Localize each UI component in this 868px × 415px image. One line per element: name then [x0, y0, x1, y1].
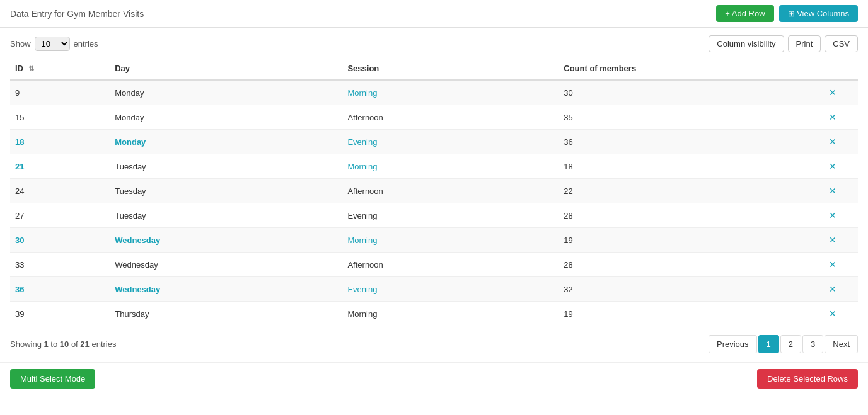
table-row: 30WednesdayMorning19✕ [10, 228, 858, 253]
cell-delete-action: ✕ [808, 277, 858, 302]
table-row: 9MondayMorning30✕ [10, 80, 858, 105]
table-row: 36WednesdayEvening32✕ [10, 277, 858, 302]
cell-session: Evening [342, 203, 558, 228]
view-columns-button[interactable]: ⊞ View Columns [779, 5, 858, 22]
cell-id: 15 [10, 105, 110, 130]
cell-count: 22 [558, 179, 808, 203]
pagination-info: Showing 1 to 10 of 21 entries [10, 339, 116, 349]
cell-count: 28 [558, 203, 808, 228]
cell-count: 30 [558, 80, 808, 105]
data-table: ID ⇅ Day Session Count of members 9Monda… [10, 57, 858, 326]
cell-id: 9 [10, 80, 110, 105]
cell-id: 18 [10, 130, 110, 154]
delete-row-button[interactable]: ✕ [826, 307, 839, 320]
controls-bar: Show 10 25 50 100 entries Column visibil… [0, 28, 868, 57]
cell-count: 19 [558, 302, 808, 326]
page-2-button[interactable]: 2 [780, 335, 801, 353]
cell-session: Afternoon [342, 179, 558, 203]
cell-day: Monday [110, 130, 342, 154]
header-buttons: + Add Row ⊞ View Columns [716, 5, 858, 22]
cell-delete-action: ✕ [808, 130, 858, 154]
page-3-button[interactable]: 3 [802, 335, 823, 353]
cell-count: 19 [558, 228, 808, 253]
cell-id: 33 [10, 253, 110, 277]
cell-count: 36 [558, 130, 808, 154]
cell-delete-action: ✕ [808, 80, 858, 105]
cell-day: Wednesday [110, 277, 342, 302]
print-button[interactable]: Print [788, 35, 821, 52]
page-title: Data Entry for Gym Member Visits [10, 9, 144, 19]
delete-row-button[interactable]: ✕ [826, 160, 839, 173]
delete-row-button[interactable]: ✕ [826, 234, 839, 246]
csv-button[interactable]: CSV [825, 35, 858, 52]
cell-session: Morning [342, 154, 558, 179]
cell-day: Monday [110, 105, 342, 130]
table-row: 18MondayEvening36✕ [10, 130, 858, 154]
table-row: 24TuesdayAfternoon22✕ [10, 179, 858, 203]
delete-row-button[interactable]: ✕ [826, 258, 839, 271]
cell-count: 18 [558, 154, 808, 179]
col-header-id[interactable]: ID ⇅ [10, 57, 110, 80]
cell-session: Morning [342, 228, 558, 253]
previous-button[interactable]: Previous [709, 335, 757, 353]
table-row: 21TuesdayMorning18✕ [10, 154, 858, 179]
cell-day: Tuesday [110, 179, 342, 203]
cell-session: Evening [342, 130, 558, 154]
pagination-bar: Showing 1 to 10 of 21 entries Previous 1… [0, 326, 868, 362]
cell-delete-action: ✕ [808, 203, 858, 228]
show-label: Show [10, 39, 31, 48]
show-entries-control: Show 10 25 50 100 entries [10, 37, 98, 51]
cell-delete-action: ✕ [808, 228, 858, 253]
cell-delete-action: ✕ [808, 154, 858, 179]
cell-day: Wednesday [110, 228, 342, 253]
sort-icon-id: ⇅ [28, 65, 34, 73]
entries-label: entries [74, 39, 98, 48]
cell-count: 28 [558, 253, 808, 277]
cell-id: 27 [10, 203, 110, 228]
cell-day: Thursday [110, 302, 342, 326]
entries-select[interactable]: 10 25 50 100 [35, 37, 70, 51]
table-action-buttons: Column visibility Print CSV [709, 35, 858, 52]
cell-day: Tuesday [110, 203, 342, 228]
cell-session: Evening [342, 277, 558, 302]
cell-count: 35 [558, 105, 808, 130]
table-header-row: ID ⇅ Day Session Count of members [10, 57, 858, 80]
page-footer: Multi Select Mode Delete Selected Rows [0, 362, 868, 395]
cell-day: Wednesday [110, 253, 342, 277]
col-header-count: Count of members [558, 57, 808, 80]
cell-delete-action: ✕ [808, 302, 858, 326]
delete-row-button[interactable]: ✕ [826, 111, 839, 123]
table-row: 27TuesdayEvening28✕ [10, 203, 858, 228]
multi-select-button[interactable]: Multi Select Mode [10, 369, 95, 389]
cell-session: Afternoon [342, 253, 558, 277]
cell-id: 39 [10, 302, 110, 326]
delete-selected-button[interactable]: Delete Selected Rows [757, 369, 858, 389]
col-header-session: Session [342, 57, 558, 80]
pagination-controls: Previous 1 2 3 Next [709, 335, 858, 353]
delete-row-button[interactable]: ✕ [826, 283, 839, 295]
column-visibility-button[interactable]: Column visibility [709, 35, 784, 52]
page-total: 21 [80, 339, 89, 349]
page-1-button[interactable]: 1 [758, 335, 779, 353]
cell-delete-action: ✕ [808, 253, 858, 277]
delete-row-button[interactable]: ✕ [826, 185, 839, 197]
page-start: 1 [43, 339, 48, 349]
table-row: 15MondayAfternoon35✕ [10, 105, 858, 130]
cell-day: Tuesday [110, 154, 342, 179]
next-button[interactable]: Next [825, 335, 858, 353]
cell-delete-action: ✕ [808, 179, 858, 203]
cell-id: 30 [10, 228, 110, 253]
page-end: 10 [60, 339, 69, 349]
delete-row-button[interactable]: ✕ [826, 135, 839, 148]
table-body: 9MondayMorning30✕15MondayAfternoon35✕18M… [10, 80, 858, 326]
cell-session: Morning [342, 302, 558, 326]
delete-row-button[interactable]: ✕ [826, 86, 839, 99]
cell-id: 21 [10, 154, 110, 179]
table-row: 39ThursdayMorning19✕ [10, 302, 858, 326]
add-row-button[interactable]: + Add Row [716, 5, 773, 22]
col-header-day: Day [110, 57, 342, 80]
cell-day: Monday [110, 80, 342, 105]
data-table-wrapper: ID ⇅ Day Session Count of members 9Monda… [0, 57, 868, 326]
delete-row-button[interactable]: ✕ [826, 209, 839, 222]
cell-count: 32 [558, 277, 808, 302]
